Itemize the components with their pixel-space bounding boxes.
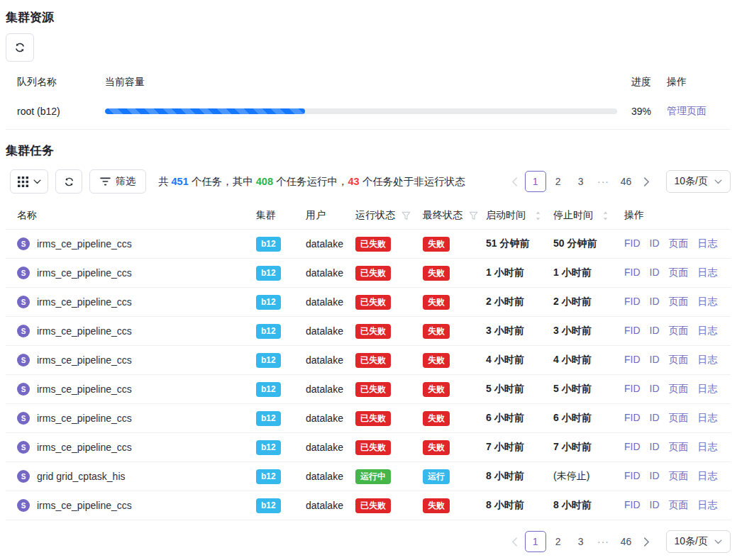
page-button-46[interactable]: 46: [616, 171, 637, 192]
task-name-cell: S irms_ce_pipeline_ccs: [6, 499, 256, 512]
run-status-badge: 已失败: [355, 295, 391, 310]
start-time: 51 分钟前: [486, 237, 553, 250]
page-button-2[interactable]: 2: [548, 171, 569, 192]
row-action-日志[interactable]: 日志: [698, 296, 718, 308]
row-action-FID[interactable]: FID: [624, 296, 641, 308]
row-action-FID[interactable]: FID: [624, 441, 641, 454]
avatar: S: [17, 470, 30, 483]
sort-icon[interactable]: [535, 211, 541, 221]
row-action-ID[interactable]: ID: [650, 383, 660, 396]
row-action-页面[interactable]: 页面: [669, 470, 689, 483]
task-name-cell: S irms_ce_pipeline_ccs: [6, 441, 256, 454]
run-status-badge: 已失败: [355, 440, 391, 455]
task-name: irms_ce_pipeline_ccs: [37, 296, 132, 308]
row-action-ID[interactable]: ID: [650, 499, 660, 512]
row-action-FID[interactable]: FID: [624, 412, 641, 425]
manage-page-link[interactable]: 管理页面: [667, 105, 706, 116]
sort-icon[interactable]: [602, 211, 609, 221]
queue-name: root (b12): [6, 106, 105, 117]
row-action-ID[interactable]: ID: [650, 237, 660, 250]
page-button-2[interactable]: 2: [548, 531, 569, 552]
page-button-1[interactable]: 1: [525, 531, 546, 552]
row-action-FID[interactable]: FID: [624, 267, 641, 279]
row-action-ID[interactable]: ID: [650, 296, 660, 308]
chevron-down-icon: [714, 179, 722, 184]
run-status-badge: 已失败: [355, 382, 391, 397]
col-name: 名称: [6, 209, 256, 222]
row-action-页面[interactable]: 页面: [669, 237, 689, 250]
filter-button[interactable]: 筛选: [89, 169, 146, 194]
row-action-ID[interactable]: ID: [650, 412, 660, 425]
filter-funnel-icon[interactable]: [401, 211, 411, 220]
user-cell: datalake: [306, 238, 355, 250]
row-action-日志[interactable]: 日志: [698, 237, 718, 250]
row-action-页面[interactable]: 页面: [669, 499, 689, 512]
row-action-日志[interactable]: 日志: [698, 412, 718, 425]
page-button-1[interactable]: 1: [525, 171, 546, 192]
row-action-ID[interactable]: ID: [650, 267, 660, 279]
page-size-select[interactable]: 10条/页: [666, 530, 731, 553]
row-action-页面[interactable]: 页面: [669, 412, 689, 425]
row-action-日志[interactable]: 日志: [698, 325, 718, 337]
row-action-日志[interactable]: 日志: [698, 441, 718, 454]
col-start-time: 启动时间: [486, 209, 553, 222]
task-row: S irms_ce_pipeline_ccs b12 datalake 已失败 …: [6, 259, 731, 288]
row-action-FID[interactable]: FID: [624, 325, 641, 337]
cluster-badge: b12: [256, 440, 281, 455]
cluster-badge: b12: [256, 498, 281, 513]
row-action-页面[interactable]: 页面: [669, 354, 689, 366]
next-page-button[interactable]: [638, 531, 656, 552]
final-status-badge: 运行: [423, 469, 450, 484]
task-row: S irms_ce_pipeline_ccs b12 datalake 已失败 …: [6, 375, 731, 404]
row-action-ID[interactable]: ID: [650, 354, 660, 366]
page-button-3[interactable]: 3: [570, 171, 592, 192]
row-action-FID[interactable]: FID: [624, 354, 641, 366]
row-action-日志[interactable]: 日志: [698, 267, 718, 279]
row-action-页面[interactable]: 页面: [669, 441, 689, 454]
row-action-ID[interactable]: ID: [650, 325, 660, 337]
row-action-FID[interactable]: FID: [624, 499, 641, 512]
col-user: 用户: [306, 209, 355, 222]
non-running-count: 43: [348, 176, 360, 187]
row-action-页面[interactable]: 页面: [669, 267, 689, 279]
column-settings-dropdown[interactable]: [10, 169, 48, 194]
row-action-日志[interactable]: 日志: [698, 499, 718, 512]
row-action-ID[interactable]: ID: [650, 470, 660, 483]
row-actions: FIDID页面日志: [624, 237, 731, 250]
row-action-页面[interactable]: 页面: [669, 296, 689, 308]
row-action-FID[interactable]: FID: [624, 470, 641, 483]
next-page-button[interactable]: [638, 171, 656, 192]
page-size-select[interactable]: 10条/页: [666, 170, 731, 193]
tasks-refresh-button[interactable]: [55, 169, 82, 194]
task-row: S grid grid_cptask_his b12 datalake 运行中 …: [6, 462, 731, 491]
run-status-badge: 已失败: [355, 324, 391, 339]
prev-page-button[interactable]: [506, 531, 524, 552]
row-action-FID[interactable]: FID: [624, 237, 641, 250]
task-name-cell: S irms_ce_pipeline_ccs: [6, 354, 256, 366]
task-name: irms_ce_pipeline_ccs: [37, 383, 132, 395]
stop-time: 2 小时前: [553, 296, 624, 308]
row-action-日志[interactable]: 日志: [698, 470, 718, 483]
page-button-3[interactable]: 3: [570, 531, 592, 552]
row-action-FID[interactable]: FID: [624, 383, 641, 396]
page: 集群资源 队列名称 当前容量 进度 操作 root (b12) 39%: [0, 0, 737, 553]
filter-funnel-icon[interactable]: [469, 211, 478, 220]
row-action-页面[interactable]: 页面: [669, 325, 689, 337]
row-action-页面[interactable]: 页面: [669, 383, 689, 396]
grid-icon: [18, 177, 28, 187]
page-ellipsis[interactable]: ···: [593, 171, 614, 192]
refresh-icon: [14, 42, 26, 53]
resources-table-header: 队列名称 当前容量 进度 操作: [6, 71, 731, 93]
cluster-badge: b12: [256, 237, 281, 252]
row-action-日志[interactable]: 日志: [698, 383, 718, 396]
page-button-46[interactable]: 46: [616, 531, 637, 552]
run-status-badge: 已失败: [355, 237, 391, 252]
prev-page-button[interactable]: [506, 171, 524, 192]
page-ellipsis[interactable]: ···: [593, 531, 614, 552]
resources-refresh-button[interactable]: [6, 33, 34, 62]
row-action-ID[interactable]: ID: [650, 441, 660, 454]
col-progress: 进度: [617, 76, 651, 89]
stop-time: 1 小时前: [553, 267, 624, 279]
row-action-日志[interactable]: 日志: [698, 354, 718, 366]
task-name: irms_ce_pipeline_ccs: [37, 442, 132, 453]
